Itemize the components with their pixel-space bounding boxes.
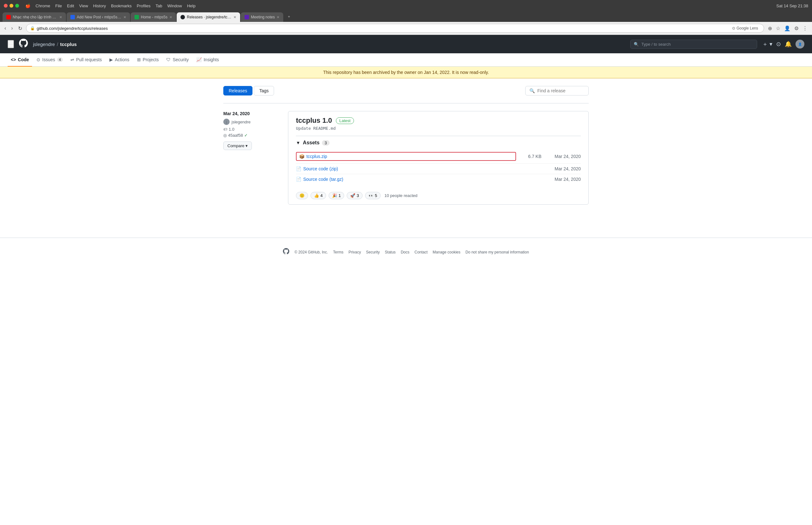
notifications-button[interactable]: 🔔 bbox=[785, 41, 792, 48]
asset-source-tar-link[interactable]: 📄 Source code (tar.gz) bbox=[296, 177, 516, 182]
user-avatar[interactable]: 👤 bbox=[796, 40, 805, 48]
nav-pulls[interactable]: ⇌ Pull requests bbox=[67, 53, 105, 66]
chevron-down-icon: ▾ bbox=[245, 144, 248, 148]
nav-security-label: Security bbox=[172, 57, 189, 62]
footer-terms-link[interactable]: Terms bbox=[333, 250, 344, 254]
issues-icon-button[interactable]: ⊙ bbox=[776, 41, 781, 48]
eyes-emoji: 👀 bbox=[369, 193, 374, 198]
footer-security-link[interactable]: Security bbox=[366, 250, 380, 254]
tabs-bar: Nhạc nhẹ cho lập trình - viết... ✕ Add N… bbox=[0, 11, 812, 22]
cast-button[interactable]: ⊕ bbox=[767, 24, 773, 33]
address-input[interactable] bbox=[37, 26, 728, 31]
breadcrumb-user-link[interactable]: jslegendre bbox=[33, 42, 55, 47]
nav-projects[interactable]: ⊞ Projects bbox=[134, 53, 162, 66]
asset-source-zip-link[interactable]: 📄 Source code (zip) bbox=[296, 166, 516, 171]
security-icon: 🛡 bbox=[166, 57, 171, 62]
menu-chrome[interactable]: Chrome bbox=[35, 3, 50, 8]
asset-name-text: Source code (tar.gz) bbox=[303, 177, 343, 182]
rocket-count: 3 bbox=[357, 193, 359, 198]
menu-help[interactable]: Help bbox=[187, 3, 196, 8]
tab-releases[interactable]: Releases · jslegendre/tccplus ✕ bbox=[177, 12, 240, 22]
thumbsup-count: 4 bbox=[320, 193, 322, 198]
extensions-button[interactable]: ⚙ bbox=[793, 24, 800, 33]
close-button[interactable] bbox=[4, 4, 7, 7]
tab-wordpress[interactable]: Add New Post ‹ mtips5s — W... ✕ bbox=[66, 12, 130, 22]
plus-menu-button[interactable]: ＋ ▾ bbox=[762, 40, 772, 48]
release-card: tccplus 1.0 Latest Update README.md ▼ As… bbox=[288, 111, 589, 205]
tab-youtube[interactable]: Nhạc nhẹ cho lập trình - viết... ✕ bbox=[2, 12, 66, 22]
navigation-bar: ‹ › ↻ 🔒 ⊙ Google Lens ⊕ ☆ 👤 ⚙ ⋮ bbox=[0, 22, 812, 35]
tab-home[interactable]: Home - mtips5s ✕ bbox=[131, 12, 176, 22]
footer-docs-link[interactable]: Docs bbox=[401, 250, 409, 254]
tab-close-icon[interactable]: ✕ bbox=[169, 15, 172, 19]
profile-button[interactable]: 👤 bbox=[783, 24, 792, 33]
menu-button[interactable]: ⋮ bbox=[801, 24, 809, 33]
nav-insights[interactable]: 📈 Insights bbox=[193, 53, 222, 66]
reload-button[interactable]: ↻ bbox=[17, 24, 24, 33]
nav-security[interactable]: 🛡 Security bbox=[163, 53, 192, 66]
reaction-eyes[interactable]: 👀 5 bbox=[365, 192, 381, 199]
compare-button[interactable]: Compare ▾ bbox=[223, 141, 252, 150]
hamburger-menu[interactable]: ☰ bbox=[7, 40, 14, 48]
release-title: tccplus 1.0 bbox=[296, 116, 332, 125]
tab-close-icon[interactable]: ✕ bbox=[234, 15, 236, 19]
thumbsup-emoji: 👍 bbox=[314, 193, 319, 198]
menu-file[interactable]: File bbox=[55, 3, 62, 8]
menu-history[interactable]: History bbox=[93, 3, 106, 8]
tab-title: Home - mtips5s bbox=[141, 15, 167, 19]
new-tab-button[interactable]: ＋ bbox=[284, 11, 294, 22]
minimize-button[interactable] bbox=[10, 4, 13, 7]
author-avatar[interactable]: j bbox=[223, 119, 230, 125]
github-logo[interactable] bbox=[19, 39, 28, 49]
maximize-button[interactable] bbox=[15, 4, 19, 7]
breadcrumb-repo-name[interactable]: tccplus bbox=[60, 42, 77, 47]
tags-tab-button[interactable]: Tags bbox=[254, 86, 274, 95]
nav-actions[interactable]: ▶ Actions bbox=[106, 53, 133, 66]
back-button[interactable]: ‹ bbox=[3, 24, 7, 32]
tab-close-icon[interactable]: ✕ bbox=[276, 15, 280, 19]
bookmark-button[interactable]: ☆ bbox=[775, 24, 782, 33]
assets-toggle-icon: ▼ bbox=[296, 140, 300, 145]
menu-tab[interactable]: Tab bbox=[155, 3, 162, 8]
menu-bookmarks[interactable]: Bookmarks bbox=[111, 3, 132, 8]
address-bar: 🔒 ⊙ Google Lens bbox=[26, 24, 764, 33]
party-count: 1 bbox=[339, 193, 341, 198]
forward-button[interactable]: › bbox=[10, 24, 14, 32]
menu-profiles[interactable]: Profiles bbox=[137, 3, 150, 8]
window-controls[interactable] bbox=[4, 4, 19, 7]
releases-tab-button[interactable]: Releases bbox=[223, 86, 253, 95]
author-name[interactable]: jslegendre bbox=[231, 120, 251, 124]
assets-header[interactable]: ▼ Assets 3 bbox=[296, 140, 581, 146]
tab-meeting-notes[interactable]: Meeting notes ✕ bbox=[241, 12, 283, 22]
menu-window[interactable]: Window bbox=[167, 3, 182, 8]
tab-close-icon[interactable]: ✕ bbox=[123, 15, 126, 19]
google-lens-button[interactable]: ⊙ Google Lens bbox=[730, 25, 760, 31]
find-release-input[interactable] bbox=[537, 88, 585, 93]
google-lens-icon: ⊙ bbox=[732, 26, 735, 30]
reaction-thumbsup[interactable]: 👍 4 bbox=[311, 192, 326, 199]
menu-edit[interactable]: Edit bbox=[67, 3, 74, 8]
footer-contact-link[interactable]: Contact bbox=[415, 250, 427, 254]
add-reaction-button[interactable]: 🙂 bbox=[296, 192, 308, 199]
search-icon: 🔍 bbox=[634, 42, 639, 47]
menu-view[interactable]: View bbox=[79, 3, 88, 8]
nav-issues[interactable]: ⊙ Issues 4 bbox=[33, 53, 66, 66]
google-lens-label: Google Lens bbox=[737, 26, 758, 30]
footer-status-link[interactable]: Status bbox=[385, 250, 395, 254]
menu-apple[interactable]: 🍎 bbox=[25, 3, 30, 8]
footer-privacy-link[interactable]: Privacy bbox=[349, 250, 361, 254]
reaction-rocket[interactable]: 🚀 3 bbox=[347, 192, 362, 199]
eyes-count: 5 bbox=[375, 193, 377, 198]
issues-badge: 4 bbox=[57, 57, 63, 62]
asset-tccplus-zip-link[interactable]: 📦 tccplus.zip bbox=[296, 152, 516, 161]
footer-cookies-link[interactable]: Manage cookies bbox=[433, 250, 460, 254]
footer-do-not-share-link[interactable]: Do not share my personal information bbox=[465, 250, 529, 254]
reaction-party[interactable]: 🎉 1 bbox=[329, 192, 344, 199]
tab-close-icon[interactable]: ✕ bbox=[59, 15, 62, 19]
global-search[interactable]: 🔍 Type / to search bbox=[630, 40, 757, 49]
party-emoji: 🎉 bbox=[332, 193, 337, 198]
tab-favicon bbox=[180, 15, 185, 19]
commit-hash[interactable]: 45aaf58 bbox=[228, 133, 243, 138]
check-icon: ✓ bbox=[244, 133, 248, 138]
nav-code[interactable]: <> Code bbox=[7, 53, 32, 66]
